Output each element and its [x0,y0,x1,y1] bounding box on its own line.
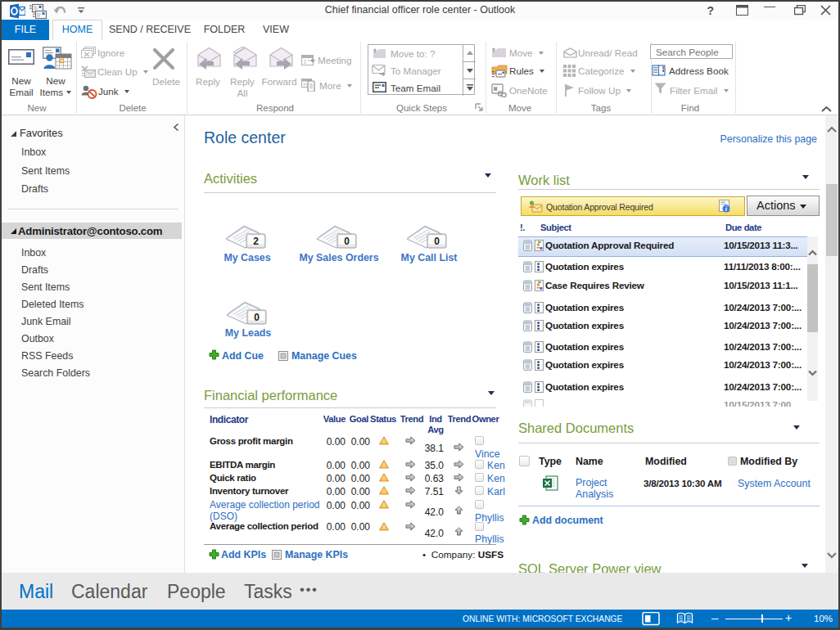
svg-text:2: 2 [253,236,259,247]
svg-text:0: 0 [254,312,260,323]
svg-text:0: 0 [344,236,350,247]
svg-text:0: 0 [434,236,440,247]
